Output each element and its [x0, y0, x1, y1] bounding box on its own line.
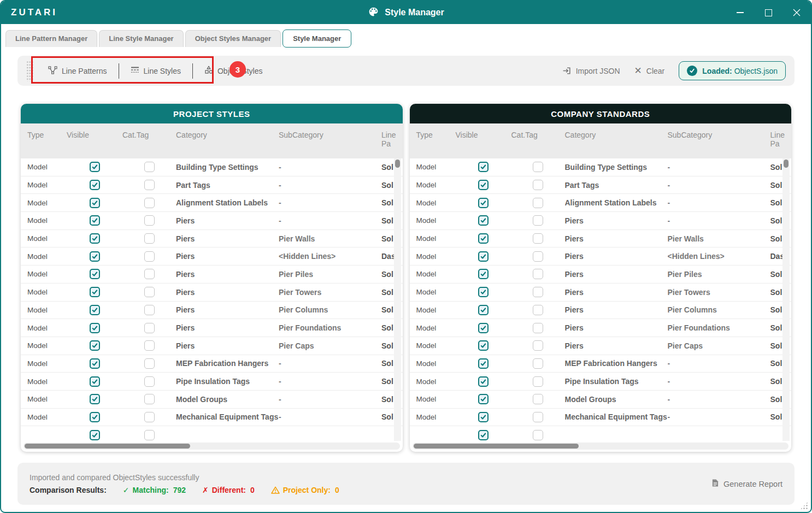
- visible-checkbox[interactable]: [90, 162, 100, 172]
- visible-checkbox[interactable]: [90, 251, 100, 262]
- cat-tag-checkbox[interactable]: [533, 430, 543, 440]
- cat-tag-checkbox[interactable]: [144, 251, 155, 262]
- cell-cat-tag: [122, 233, 176, 244]
- visible-checkbox[interactable]: [90, 233, 100, 244]
- visible-checkbox[interactable]: [478, 394, 489, 404]
- cat-tag-checkbox[interactable]: [144, 394, 155, 404]
- cell-category: Mechanical Equipment Tags: [176, 412, 279, 421]
- cat-tag-checkbox[interactable]: [144, 340, 155, 351]
- drag-handle[interactable]: [26, 61, 33, 81]
- window-title: Style Manager: [385, 8, 444, 17]
- visible-checkbox[interactable]: [90, 430, 100, 440]
- cat-tag-checkbox[interactable]: [144, 198, 155, 208]
- cat-tag-checkbox[interactable]: [144, 412, 155, 422]
- cell-cat-tag: [511, 233, 565, 244]
- tab-line-style-manager[interactable]: Line Style Manager: [99, 30, 183, 47]
- tab-style-manager[interactable]: Style Manager: [283, 30, 351, 48]
- visible-checkbox[interactable]: [90, 287, 100, 297]
- cat-tag-checkbox[interactable]: [533, 287, 543, 297]
- cat-tag-checkbox[interactable]: [144, 358, 155, 369]
- visible-checkbox[interactable]: [90, 323, 100, 333]
- cat-tag-checkbox[interactable]: [533, 162, 543, 172]
- visible-checkbox[interactable]: [90, 269, 100, 279]
- visible-checkbox[interactable]: [478, 430, 489, 440]
- resize-grip[interactable]: [800, 502, 808, 510]
- visible-checkbox[interactable]: [478, 162, 489, 172]
- visible-checkbox[interactable]: [478, 215, 489, 226]
- visible-checkbox[interactable]: [478, 269, 489, 279]
- import-json-button[interactable]: Import JSON: [562, 66, 620, 75]
- cat-tag-checkbox[interactable]: [144, 287, 155, 297]
- object-styles-button[interactable]: Object Styles: [197, 61, 269, 80]
- visible-checkbox[interactable]: [478, 233, 489, 244]
- table-row: ModelPiers<Hidden Lines>Das: [21, 247, 403, 266]
- visible-checkbox[interactable]: [90, 215, 100, 226]
- cat-tag-checkbox[interactable]: [533, 340, 543, 351]
- visible-checkbox[interactable]: [478, 198, 489, 208]
- visible-checkbox[interactable]: [478, 412, 489, 422]
- clear-button[interactable]: ✕ Clear: [634, 66, 665, 75]
- cat-tag-checkbox[interactable]: [144, 180, 155, 190]
- cat-tag-checkbox[interactable]: [533, 251, 543, 262]
- cat-tag-checkbox[interactable]: [144, 215, 155, 226]
- cat-tag-checkbox[interactable]: [533, 198, 543, 208]
- line-styles-button[interactable]: Line Styles: [123, 62, 188, 80]
- cat-tag-checkbox[interactable]: [533, 233, 543, 244]
- visible-checkbox[interactable]: [90, 412, 100, 422]
- cat-tag-checkbox[interactable]: [144, 305, 155, 315]
- cat-tag-checkbox[interactable]: [533, 394, 543, 404]
- cell-type: Model: [27, 199, 67, 207]
- cat-tag-checkbox[interactable]: [533, 323, 543, 333]
- visible-checkbox[interactable]: [478, 287, 489, 297]
- cat-tag-checkbox[interactable]: [144, 430, 155, 440]
- visible-checkbox[interactable]: [90, 376, 100, 387]
- vertical-scrollbar[interactable]: [782, 158, 790, 441]
- cat-tag-checkbox[interactable]: [533, 376, 543, 387]
- vertical-scrollbar-thumb[interactable]: [395, 160, 400, 168]
- visible-checkbox[interactable]: [90, 305, 100, 315]
- cell-visible: [67, 215, 122, 226]
- tab-object-styles-manager[interactable]: Object Styles Manager: [185, 30, 281, 47]
- cell-visible: [456, 412, 511, 422]
- cell-visible: [67, 305, 122, 315]
- cat-tag-checkbox[interactable]: [533, 358, 543, 369]
- minimize-button[interactable]: [726, 1, 754, 24]
- visible-checkbox[interactable]: [478, 376, 489, 387]
- generate-report-button[interactable]: Generate Report: [711, 479, 782, 489]
- horizontal-scrollbar-thumb[interactable]: [414, 444, 579, 449]
- horizontal-scrollbar[interactable]: [23, 443, 400, 450]
- cat-tag-checkbox[interactable]: [144, 323, 155, 333]
- visible-checkbox[interactable]: [90, 198, 100, 208]
- visible-checkbox[interactable]: [90, 358, 100, 369]
- cat-tag-checkbox[interactable]: [144, 233, 155, 244]
- cat-tag-checkbox[interactable]: [144, 376, 155, 387]
- visible-checkbox[interactable]: [478, 323, 489, 333]
- horizontal-scrollbar[interactable]: [413, 443, 789, 450]
- cat-tag-checkbox[interactable]: [533, 215, 543, 226]
- visible-checkbox[interactable]: [478, 180, 489, 190]
- cell-visible: [456, 358, 511, 369]
- cat-tag-checkbox[interactable]: [533, 305, 543, 315]
- maximize-button[interactable]: [754, 1, 782, 24]
- vertical-scrollbar[interactable]: [394, 158, 401, 441]
- visible-checkbox[interactable]: [478, 358, 489, 369]
- object-styles-icon: [204, 66, 213, 76]
- cat-tag-checkbox[interactable]: [533, 412, 543, 422]
- cell-cat-tag: [122, 215, 176, 226]
- visible-checkbox[interactable]: [478, 340, 489, 351]
- cat-tag-checkbox[interactable]: [144, 269, 155, 279]
- horizontal-scrollbar-thumb[interactable]: [25, 444, 190, 449]
- visible-checkbox[interactable]: [478, 251, 489, 262]
- visible-checkbox[interactable]: [90, 394, 100, 404]
- visible-checkbox[interactable]: [478, 305, 489, 315]
- vertical-scrollbar-thumb[interactable]: [784, 160, 789, 168]
- visible-checkbox[interactable]: [90, 180, 100, 190]
- line-patterns-button[interactable]: Line Patterns: [41, 62, 114, 80]
- cat-tag-checkbox[interactable]: [533, 180, 543, 190]
- cat-tag-checkbox[interactable]: [144, 162, 155, 172]
- close-button[interactable]: [782, 1, 811, 24]
- tab-line-pattern-manager[interactable]: Line Pattern Manager: [5, 30, 97, 47]
- cat-tag-checkbox[interactable]: [533, 269, 543, 279]
- visible-checkbox[interactable]: [90, 340, 100, 351]
- loaded-file-chip[interactable]: Loaded: ObjectS.json: [679, 61, 786, 80]
